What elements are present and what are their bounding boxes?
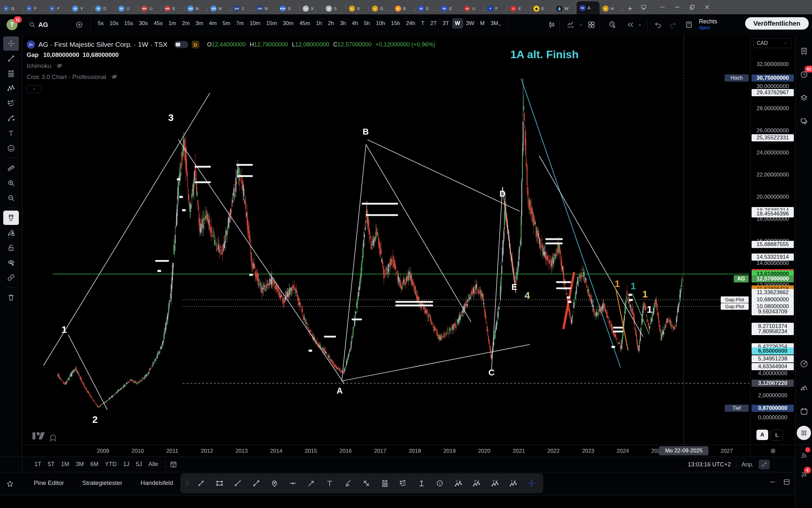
- left-tool-measure-tool[interactable]: [3, 161, 19, 175]
- sidebar-chat-button[interactable]: [798, 115, 810, 127]
- browser-tab[interactable]: 500U: [138, 3, 161, 14]
- symbol-search-icon[interactable]: [29, 21, 36, 28]
- interval-expand-icon[interactable]: [497, 22, 503, 28]
- favorites-star-button[interactable]: [6, 480, 14, 490]
- bottom-tab-handelsfeld[interactable]: Handelsfeld: [141, 479, 173, 486]
- interval-button-2h[interactable]: 2h: [325, 18, 337, 29]
- eye-off-icon[interactable]: [56, 62, 63, 70]
- redo-icon[interactable]: [669, 21, 677, 29]
- calculator-icon[interactable]: [685, 20, 693, 29]
- new-tab-button[interactable]: +: [625, 3, 636, 14]
- chart-style-icon[interactable]: [547, 20, 556, 29]
- browser-tab[interactable]: ✕G: [0, 3, 23, 14]
- interval-button-4m[interactable]: 4m: [206, 18, 220, 29]
- browser-tab[interactable]: €$E: [438, 3, 461, 14]
- window-close-button[interactable]: [702, 4, 713, 11]
- window-maximize-button[interactable]: [687, 4, 698, 11]
- browser-tab[interactable]: ₿B: [392, 3, 415, 14]
- interval-button-2m[interactable]: 2m: [179, 18, 193, 29]
- sidebar-screener-button[interactable]: [798, 357, 810, 370]
- interval-button-30s[interactable]: 30s: [136, 18, 151, 29]
- interval-button-5h[interactable]: 5h: [361, 18, 373, 29]
- left-tool-draw-mode-tool[interactable]: [3, 225, 19, 240]
- interval-button-10s[interactable]: 10s: [106, 18, 121, 29]
- left-tool-zoom-out-tool[interactable]: [3, 191, 19, 205]
- interval-button-3m[interactable]: 3m: [193, 18, 206, 29]
- range-button-Alle[interactable]: Alle: [145, 460, 161, 469]
- draw-tool-text[interactable]: [322, 476, 338, 491]
- browser-tab[interactable]: BSES: [277, 3, 300, 14]
- browser-tab[interactable]: €$E: [415, 3, 438, 14]
- draw-tool-zig-AE[interactable]: AE: [506, 476, 521, 491]
- interval-button-24h[interactable]: 24h: [403, 18, 418, 29]
- browser-tab[interactable]: 100N: [185, 3, 207, 14]
- interval-button-1h[interactable]: 1h: [313, 18, 325, 29]
- browser-tab[interactable]: SE: [507, 3, 530, 14]
- interval-button-10m[interactable]: 10m: [246, 18, 263, 29]
- layout-save-button[interactable]: RechtsSpeic: [699, 18, 724, 32]
- interval-button-3W[interactable]: 3W: [463, 18, 477, 29]
- sidebar-watchlist-button[interactable]: [798, 45, 810, 57]
- browser-tab[interactable]: ▲X: [346, 3, 369, 14]
- price-scale[interactable]: CAD32,0000000030,0000000028,0000000026,0…: [750, 36, 796, 444]
- interval-button-5m[interactable]: 5m: [220, 18, 233, 29]
- draw-tool-marker[interactable]: [340, 476, 356, 491]
- panel-minimize-icon[interactable]: [768, 478, 776, 486]
- left-tool-emoji-tool[interactable]: [3, 141, 19, 155]
- draw-tool-measure-v[interactable]: [414, 476, 429, 491]
- log-scale-button[interactable]: L: [771, 430, 783, 441]
- draw-tool-pin[interactable]: [267, 476, 283, 491]
- left-tool-zoom-in-tool[interactable]: [3, 176, 19, 190]
- left-tool-crosshair-tool[interactable]: [3, 36, 19, 51]
- sidebar-object-tree-button[interactable]: [798, 92, 810, 104]
- range-button-6M[interactable]: 6M: [87, 460, 102, 469]
- interval-button-45s[interactable]: 45s: [151, 18, 165, 29]
- range-button-1M[interactable]: 1M: [58, 460, 73, 469]
- draw-tool-zig-AC[interactable]: AC: [450, 476, 466, 491]
- indicators-expand-icon[interactable]: [578, 23, 583, 28]
- draw-tool-trend-2dots[interactable]: [193, 476, 209, 491]
- browser-tab[interactable]: 100N: [207, 3, 231, 14]
- range-button-YTD[interactable]: YTD: [102, 460, 120, 469]
- draw-tool-ray[interactable]: [230, 476, 246, 491]
- range-button-5J[interactable]: 5J: [133, 460, 145, 469]
- legend-toggle[interactable]: [174, 41, 188, 48]
- left-tool-sync-tool[interactable]: [3, 270, 19, 285]
- auto-scale-button[interactable]: A: [757, 430, 768, 440]
- interval-button-5s[interactable]: 5s: [95, 18, 106, 29]
- browser-tab[interactable]: 30U: [115, 3, 138, 14]
- browser-tab[interactable]: 30Y: [69, 3, 92, 14]
- browser-tab[interactable]: ▲X: [300, 3, 323, 14]
- interval-button-4h[interactable]: 4h: [349, 18, 361, 29]
- symbol-search-input[interactable]: AG: [38, 21, 48, 29]
- legend-indicator-row[interactable]: Ichimoku: [27, 60, 435, 72]
- sidebar-calendar-button[interactable]: [798, 405, 810, 417]
- axis-settings-icon[interactable]: [769, 448, 777, 455]
- draw-tool-arrow-big[interactable]: [303, 476, 319, 491]
- drag-handle-icon[interactable]: [184, 480, 191, 486]
- interval-button-7m[interactable]: 7m: [233, 18, 247, 29]
- panel-maximize-icon[interactable]: [783, 478, 791, 486]
- left-tool-arc-tool[interactable]: [3, 111, 19, 125]
- range-button-1T[interactable]: 1T: [31, 460, 45, 469]
- browser-tab[interactable]: 225J: [231, 3, 254, 14]
- legend-indicator-row[interactable]: Croc 3.0 Chart - Professional: [27, 72, 435, 83]
- browser-tab[interactable]: ▲S: [323, 3, 346, 14]
- draw-tool-zig-WY[interactable]: WY: [469, 476, 485, 491]
- range-button-5T[interactable]: 5T: [45, 460, 58, 469]
- interval-button-2T[interactable]: 2T: [427, 18, 440, 29]
- apps-grid-button[interactable]: [797, 426, 811, 440]
- draw-tool-line[interactable]: [248, 476, 265, 491]
- window-minimize-button[interactable]: [672, 4, 683, 11]
- chart-area[interactable]: 123ABCDE411111A alt. Finish: [22, 36, 750, 444]
- interval-button-45m[interactable]: 45m: [296, 18, 313, 29]
- draw-tool-plus-blue[interactable]: [524, 476, 540, 491]
- left-tool-projection-tool[interactable]: [3, 96, 19, 111]
- axis-settings-corner[interactable]: [750, 444, 796, 457]
- interval-button-3T[interactable]: 3T: [440, 18, 452, 29]
- browser-tab[interactable]: ✕F: [23, 3, 46, 14]
- browser-menu-icon[interactable]: [657, 4, 668, 11]
- alert-add-icon[interactable]: [608, 20, 617, 29]
- interval-button-3h[interactable]: 3h: [337, 18, 349, 29]
- left-tool-text-tool[interactable]: [3, 126, 19, 140]
